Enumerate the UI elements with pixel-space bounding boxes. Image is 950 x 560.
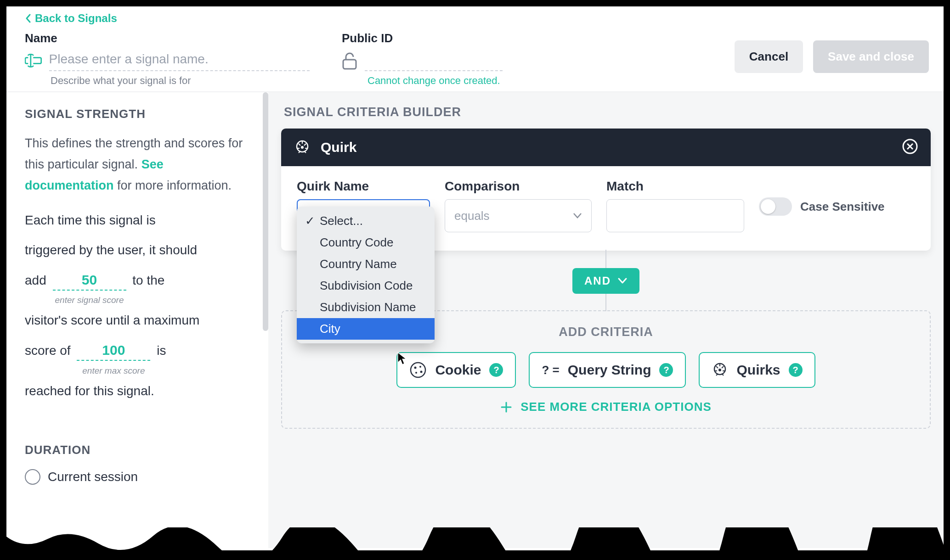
- torn-edge-decoration: [6, 527, 944, 550]
- dropdown-option[interactable]: Subdivision Code: [297, 275, 435, 297]
- unlock-icon: [342, 51, 357, 70]
- plus-icon: [500, 401, 512, 413]
- back-link-text: Back to Signals: [35, 12, 117, 25]
- signal-strength-heading: SIGNAL STRENGTH: [25, 107, 253, 121]
- save-and-close-button[interactable]: Save and close: [813, 40, 929, 73]
- close-icon: [902, 139, 918, 154]
- dropdown-option[interactable]: Country Code: [297, 232, 435, 253]
- max-score-input[interactable]: [77, 342, 150, 361]
- signal-score-input[interactable]: [53, 272, 126, 291]
- criteria-button-label: Quirks: [736, 362, 780, 378]
- dropdown-option-city[interactable]: City: [297, 318, 435, 340]
- svg-point-6: [419, 366, 421, 368]
- criteria-builder-heading: SIGNAL CRITERIA BUILDER: [284, 105, 931, 119]
- public-id-help-text: Cannot change once created.: [368, 75, 702, 87]
- match-label: Match: [606, 179, 744, 194]
- quirk-head-icon: [294, 139, 311, 156]
- chevron-down-icon: [573, 213, 582, 219]
- comparison-select[interactable]: equals: [445, 199, 592, 232]
- flow-text: add enter signal score to the: [25, 269, 253, 291]
- logic-operator-label: AND: [584, 274, 611, 287]
- see-more-label: SEE MORE CRITERIA OPTIONS: [520, 400, 712, 414]
- dropdown-option[interactable]: Subdivision Name: [297, 297, 435, 318]
- flow-text: triggered by the user, it should: [25, 239, 253, 261]
- signal-name-input[interactable]: [49, 50, 310, 71]
- query-string-icon: ? =: [542, 363, 559, 377]
- sidebar-scrollbar[interactable]: [263, 92, 268, 331]
- connector-line: [605, 250, 606, 268]
- chevron-left-icon: [25, 13, 32, 24]
- svg-point-2: [301, 146, 304, 149]
- flow-text: visitor's score until a maximum: [25, 309, 253, 331]
- see-more-criteria-link[interactable]: SEE MORE CRITERIA OPTIONS: [500, 400, 712, 414]
- flow-text: score of enter max score is: [25, 340, 253, 362]
- public-id-input[interactable]: [365, 50, 503, 71]
- chevron-down-icon: [617, 277, 628, 285]
- back-to-signals-link[interactable]: Back to Signals: [25, 12, 929, 25]
- signal-score-hint: enter signal score: [53, 293, 126, 308]
- toggle-knob: [761, 199, 775, 214]
- add-cookie-criteria-button[interactable]: Cookie ?: [396, 352, 516, 388]
- logic-operator-selector[interactable]: AND: [572, 268, 639, 294]
- text-field-icon: [25, 52, 42, 69]
- connector-line: [605, 293, 606, 311]
- criteria-card-title: Quirk: [321, 140, 356, 155]
- add-quirks-criteria-button[interactable]: Quirks ?: [699, 352, 815, 388]
- comparison-label: Comparison: [445, 179, 592, 194]
- radio-icon: [25, 469, 40, 485]
- flow-text: reached for this signal.: [25, 380, 253, 402]
- case-sensitive-toggle[interactable]: [759, 197, 792, 216]
- svg-point-4: [411, 363, 425, 377]
- help-badge[interactable]: ?: [789, 363, 803, 377]
- quirk-name-dropdown: Select... Country Code Country Name Subd…: [297, 207, 435, 343]
- quirk-head-icon: [712, 362, 728, 378]
- svg-point-10: [718, 369, 721, 371]
- duration-heading: DURATION: [25, 443, 253, 457]
- public-id-label: Public ID: [342, 31, 702, 45]
- name-label: Name: [25, 31, 310, 45]
- duration-option-current-session[interactable]: Current session: [25, 469, 253, 485]
- quirk-name-label: Quirk Name: [297, 179, 430, 194]
- radio-label: Current session: [48, 470, 138, 484]
- add-query-string-criteria-button[interactable]: ? = Query String ?: [529, 352, 686, 388]
- criteria-button-label: Query String: [568, 362, 651, 378]
- svg-point-5: [414, 367, 417, 369]
- cookie-icon: [409, 361, 427, 379]
- svg-point-7: [420, 371, 423, 373]
- criteria-button-label: Cookie: [435, 362, 481, 378]
- dropdown-option-placeholder[interactable]: Select...: [297, 210, 435, 232]
- svg-rect-0: [343, 60, 356, 69]
- comparison-value: equals: [454, 209, 490, 223]
- close-criteria-button[interactable]: [902, 139, 918, 156]
- flow-text: Each time this signal is: [25, 209, 253, 231]
- cancel-button[interactable]: Cancel: [735, 40, 803, 73]
- match-input[interactable]: [606, 199, 744, 232]
- svg-point-8: [415, 372, 417, 374]
- case-sensitive-label: Case Sensitive: [800, 199, 885, 214]
- name-help-text: Describe what your signal is for: [51, 75, 310, 87]
- dropdown-option[interactable]: Country Name: [297, 253, 435, 275]
- help-badge[interactable]: ?: [489, 363, 503, 377]
- help-badge[interactable]: ?: [659, 363, 673, 377]
- signal-strength-description: This defines the strength and scores for…: [25, 133, 253, 196]
- max-score-hint: enter max score: [77, 364, 150, 378]
